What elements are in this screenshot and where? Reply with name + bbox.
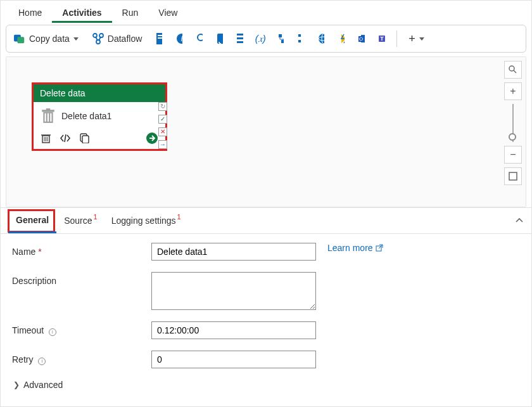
advanced-label: Advanced: [23, 380, 63, 390]
handle-completion-icon[interactable]: →: [158, 140, 167, 149]
zoom-in-button[interactable]: +: [504, 82, 522, 100]
plus-icon: +: [408, 32, 415, 46]
dataflow-icon: [92, 33, 104, 44]
add-button[interactable]: +: [406, 30, 427, 48]
handle-skip-icon[interactable]: ↻: [158, 102, 167, 111]
zoom-out-button[interactable]: −: [504, 146, 522, 164]
notebook-icon[interactable]: [153, 33, 165, 44]
toolbar: Copy data Dataflow i (𝑥) O T +: [6, 25, 526, 53]
description-input[interactable]: [151, 272, 316, 310]
timeout-input[interactable]: [151, 321, 316, 339]
svg-text:i: i: [181, 34, 183, 43]
svg-line-48: [514, 70, 516, 73]
svg-rect-7: [158, 37, 162, 39]
chevron-down-icon: [419, 37, 424, 41]
list-icon[interactable]: [234, 33, 246, 44]
web-icon[interactable]: [315, 33, 327, 44]
tab-source[interactable]: Source 1: [56, 208, 103, 233]
external-link-icon: [376, 244, 383, 252]
property-tabs: General Source 1 Logging settings 1: [1, 207, 531, 234]
timeout-label: Timeout i: [12, 321, 151, 336]
required-indicator: *: [38, 247, 41, 257]
copy-data-icon: [14, 33, 25, 44]
retry-label-text: Retry: [12, 354, 33, 365]
connection-handles: ↻ ✓ ✕ →: [158, 102, 167, 149]
outlook-icon[interactable]: O: [356, 33, 367, 44]
variable-icon[interactable]: (𝑥): [255, 33, 266, 44]
svg-point-47: [509, 66, 514, 71]
retry-label: Retry i: [12, 351, 151, 365]
chevron-up-icon: [515, 216, 524, 225]
run-icon[interactable]: [146, 132, 158, 144]
tab-home[interactable]: Home: [8, 3, 52, 23]
tab-run[interactable]: Run: [112, 3, 149, 23]
handle-success-icon[interactable]: ✓: [158, 115, 167, 124]
copy-data-button[interactable]: Copy data: [11, 30, 81, 47]
chevron-down-icon: [73, 37, 79, 41]
svg-rect-16: [279, 34, 282, 37]
activity-name: Delete data1: [61, 111, 111, 121]
learn-more-link[interactable]: Learn more: [327, 243, 383, 253]
svg-rect-45: [82, 136, 89, 143]
tab-logging-settings[interactable]: Logging settings 1: [104, 208, 187, 233]
name-input[interactable]: [151, 243, 316, 261]
zoom-fit-button[interactable]: [504, 167, 522, 185]
svg-rect-34: [45, 113, 46, 122]
handle-fail-icon[interactable]: ✕: [158, 127, 167, 136]
svg-rect-1: [17, 37, 24, 43]
trash-icon: [41, 108, 55, 124]
svg-rect-38: [46, 108, 51, 110]
top-tabs: Home Activities Run View: [1, 1, 531, 25]
name-label-text: Name: [12, 247, 35, 257]
svg-rect-19: [298, 34, 301, 37]
info-icon[interactable]: i: [174, 33, 185, 44]
svg-rect-13: [237, 34, 243, 36]
error-badge: 1: [94, 213, 98, 221]
svg-point-4: [96, 40, 100, 44]
align-icon[interactable]: [295, 33, 307, 44]
svg-rect-15: [237, 41, 243, 43]
teams-icon[interactable]: T: [376, 33, 388, 44]
search-icon[interactable]: [194, 33, 205, 44]
zoom-controls: + −: [504, 61, 522, 185]
svg-rect-20: [298, 40, 301, 42]
svg-point-2: [93, 34, 97, 37]
activity-type-header: Delete data: [34, 84, 165, 102]
canvas[interactable]: Delete data Delete data1 ↻ ✓ ✕ → + −: [6, 56, 526, 207]
zoom-slider[interactable]: [512, 104, 514, 142]
timeout-label-text: Timeout: [12, 325, 44, 335]
chevron-right-icon: ❯: [13, 380, 20, 389]
collapse-panel-button[interactable]: [515, 216, 524, 225]
tab-source-label: Source: [64, 216, 92, 226]
tab-logging-label: Logging settings: [111, 216, 176, 226]
copy-icon[interactable]: [80, 133, 89, 143]
tab-general[interactable]: General: [8, 208, 56, 233]
advanced-toggle[interactable]: ❯ Advanced: [13, 380, 520, 390]
function-icon[interactable]: [336, 33, 347, 44]
svg-rect-35: [48, 113, 49, 122]
dataflow-button[interactable]: Dataflow: [90, 30, 144, 47]
error-badge: 1: [177, 213, 181, 221]
general-form: Name * Learn more Description Timeout i …: [1, 234, 531, 399]
tab-activities[interactable]: Activities: [52, 3, 111, 23]
pipeline-icon[interactable]: [275, 33, 286, 44]
activity-card[interactable]: Delete data Delete data1 ↻ ✓ ✕ →: [32, 82, 167, 151]
info-icon[interactable]: i: [38, 358, 46, 365]
svg-rect-6: [158, 35, 162, 36]
code-icon[interactable]: [60, 134, 71, 143]
info-icon[interactable]: i: [49, 328, 56, 336]
svg-point-3: [99, 34, 103, 37]
svg-rect-12: [217, 34, 223, 44]
zoom-thumb[interactable]: [509, 133, 516, 141]
zoom-search-icon[interactable]: [504, 61, 522, 79]
svg-rect-49: [509, 172, 517, 180]
script-icon[interactable]: [214, 33, 225, 44]
svg-text:O: O: [359, 36, 363, 42]
delete-icon[interactable]: [41, 133, 51, 143]
svg-text:T: T: [381, 36, 384, 42]
toolbar-separator: [396, 30, 397, 47]
tab-view[interactable]: View: [148, 3, 187, 23]
retry-input[interactable]: [151, 351, 316, 368]
name-label: Name *: [12, 243, 151, 257]
svg-point-10: [198, 34, 203, 41]
